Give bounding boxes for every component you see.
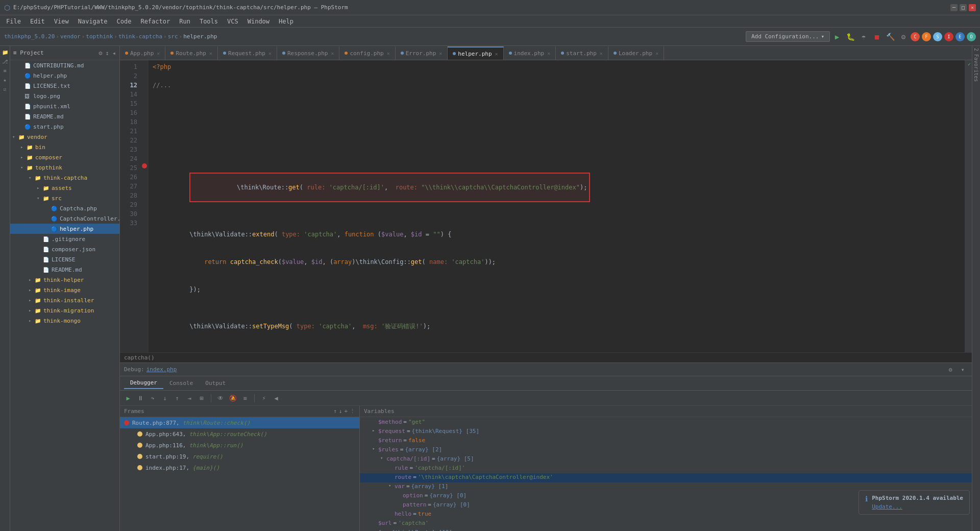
tree-item-think-image[interactable]: ▸ 📁 think-image xyxy=(10,285,119,295)
run-button[interactable]: ▶ xyxy=(832,32,842,42)
tab-start[interactable]: start.php ✕ xyxy=(556,46,608,60)
window-controls[interactable]: ─ □ ✕ xyxy=(950,4,976,11)
add-config-button[interactable]: Add Configuration... ▾ xyxy=(746,31,830,42)
tab-route[interactable]: Route.php ✕ xyxy=(165,46,218,60)
tree-item-contributing[interactable]: 📄 CONTRIBUTING.md xyxy=(10,60,119,70)
tree-item-logo[interactable]: 🖼 logo.png xyxy=(10,91,119,101)
hide-icon[interactable]: ▾ xyxy=(958,365,968,375)
breadcrumb-project[interactable]: thinkphp_5.0.20 xyxy=(4,33,55,40)
fav-icon[interactable]: ★ xyxy=(1,76,9,84)
tab-close[interactable]: ✕ xyxy=(547,51,550,56)
tab-helper[interactable]: helper.php ✕ xyxy=(448,46,503,60)
breakpoint-gutter[interactable] xyxy=(140,60,149,352)
tree-item-phpunit[interactable]: 📄 phpunit.xml xyxy=(10,101,119,111)
tab-close[interactable]: ✕ xyxy=(387,51,390,56)
project-icon[interactable]: 📁 xyxy=(1,48,9,56)
frames-options-icon[interactable]: ⋮ xyxy=(350,408,355,415)
structure-icon[interactable]: ≡ xyxy=(1,66,9,75)
tab-close[interactable]: ✕ xyxy=(600,51,603,56)
tab-config[interactable]: config.php ✕ xyxy=(339,46,395,60)
var-rules[interactable]: ▾ $rules = {array} [2] xyxy=(360,446,972,455)
tree-item-helper[interactable]: 🔵 helper.php xyxy=(10,70,119,81)
var-method[interactable]: $method = "get" xyxy=(360,418,972,427)
pause-icon[interactable]: ⏸ xyxy=(135,393,145,403)
menu-view[interactable]: View xyxy=(50,17,73,26)
menu-refactor[interactable]: Refactor xyxy=(136,17,174,26)
tab-request[interactable]: Request.php ✕ xyxy=(218,46,277,60)
var-captcha-id[interactable]: ▾ captcha/[:id] = {array} [5] xyxy=(360,455,972,464)
frame-item-3[interactable]: start.php:19, require() xyxy=(120,451,359,462)
frames-down-icon[interactable]: ↓ xyxy=(339,408,342,415)
tab-index[interactable]: index.php ✕ xyxy=(504,46,556,60)
tab-close[interactable]: ✕ xyxy=(209,51,212,56)
tree-item-topthink[interactable]: ▾ 📁 topthink xyxy=(10,162,119,173)
tree-item-composer-json[interactable]: 📄 composer.json xyxy=(10,244,119,254)
breadcrumb-file[interactable]: helper.php xyxy=(183,33,217,40)
frame-item-2[interactable]: App.php:116, think\App::run() xyxy=(120,440,359,451)
menu-edit[interactable]: Edit xyxy=(26,17,49,26)
show-lib-frames-icon[interactable]: ⚡ xyxy=(259,393,269,403)
menu-help[interactable]: Help xyxy=(275,17,298,26)
menu-tools[interactable]: Tools xyxy=(195,17,222,26)
run-to-cursor-icon[interactable]: ⇥ xyxy=(184,393,194,403)
tree-item-composer[interactable]: ▸ 📁 composer xyxy=(10,152,119,162)
tree-item-license-txt[interactable]: 📄 LICENSE.txt xyxy=(10,81,119,91)
evaluate-icon[interactable]: ⊞ xyxy=(197,393,207,403)
build-button[interactable]: 🔨 xyxy=(885,32,895,42)
tree-item-start[interactable]: 🔵 start.php xyxy=(10,122,119,132)
var-url[interactable]: $url = 'captcha' xyxy=(360,519,972,528)
var-rule[interactable]: rule = 'captcha/[:id]' xyxy=(360,464,972,473)
panel-hide-icon[interactable]: ◂ xyxy=(112,49,116,57)
firefox-icon[interactable]: F xyxy=(922,32,931,41)
tree-item-captcha-controller[interactable]: 🔵 CaptchaController.php xyxy=(10,213,119,224)
todo-icon[interactable]: ☑ xyxy=(1,85,9,93)
ie-icon[interactable]: I xyxy=(944,32,953,41)
tab-close[interactable]: ✕ xyxy=(439,51,442,56)
frames-add-icon[interactable]: + xyxy=(344,408,348,415)
notification-update-link[interactable]: Update... xyxy=(872,503,963,510)
var-route[interactable]: route = '\think\captcha\CaptchaControlle… xyxy=(360,473,972,482)
var-request[interactable]: ▸ $request = {think\Request} [35] xyxy=(360,427,972,437)
frame-item-1[interactable]: App.php:643, think\App::routeCheck() xyxy=(120,428,359,440)
frames-icon[interactable]: ≡ xyxy=(240,393,250,403)
tree-item-think-migration[interactable]: ▸ 📁 think-migration xyxy=(10,305,119,316)
tab-error[interactable]: Error.php ✕ xyxy=(396,46,448,60)
debug-button[interactable]: 🐛 xyxy=(845,32,855,42)
var-z[interactable]: ▸ $z = {think\Route} [10] xyxy=(360,528,972,531)
opera-icon[interactable]: O xyxy=(967,32,976,41)
tree-item-think-helper[interactable]: ▸ 📁 think-helper xyxy=(10,275,119,285)
breadcrumb-topthink[interactable]: topthink xyxy=(86,33,113,40)
code-editor[interactable]: 1 2 12 14 15 16 18 21 xyxy=(120,60,972,352)
tab-loader[interactable]: Loader.php ✕ xyxy=(608,46,664,60)
tree-item-think-installer[interactable]: ▸ 📁 think-installer xyxy=(10,295,119,305)
tree-item-readme[interactable]: 📄 README.md xyxy=(10,111,119,122)
menu-run[interactable]: Run xyxy=(175,17,194,26)
resume-icon[interactable]: ▶ xyxy=(123,393,133,403)
maximize-button[interactable]: □ xyxy=(960,4,967,11)
tab-close[interactable]: ✕ xyxy=(157,51,160,56)
tab-close[interactable]: ✕ xyxy=(268,51,272,56)
tab-close[interactable]: ✕ xyxy=(655,51,658,56)
code-content[interactable]: <?php //... \think\Route::get( rule: 'ca… xyxy=(149,60,965,352)
tree-item-src[interactable]: ▾ 📁 src xyxy=(10,193,119,203)
tree-item-gitignore[interactable]: 📄 .gitignore xyxy=(10,234,119,244)
tree-item-helper-selected[interactable]: 🔵 helper.php xyxy=(10,224,119,234)
panel-expand-icon[interactable]: ↕ xyxy=(105,49,110,57)
tab-output[interactable]: Output xyxy=(199,378,232,389)
safari-icon[interactable]: S xyxy=(933,32,942,41)
tree-item-think-mongo[interactable]: ▸ 📁 think-mongo xyxy=(10,316,119,326)
edge-icon[interactable]: E xyxy=(955,32,965,41)
breadcrumb-src[interactable]: src xyxy=(168,33,178,40)
tab-console[interactable]: Console xyxy=(163,378,199,389)
step-over-icon[interactable]: ↷ xyxy=(148,393,158,403)
watch-icon[interactable]: 👁 xyxy=(215,393,226,403)
tree-item-think-captcha[interactable]: ▾ 📁 think-captcha xyxy=(10,173,119,183)
chrome-icon[interactable]: C xyxy=(911,32,920,41)
tab-close[interactable]: ✕ xyxy=(495,51,498,57)
mute-icon[interactable]: 🔕 xyxy=(228,393,238,403)
panel-settings-icon[interactable]: ⚙ xyxy=(98,49,103,57)
breadcrumb-captcha[interactable]: think-captcha xyxy=(118,33,162,40)
frame-item-4[interactable]: index.php:17, {main}() xyxy=(120,462,359,473)
right-icon-1[interactable]: 2 Favorites xyxy=(973,48,979,82)
collapse-icon[interactable]: ◀ xyxy=(271,393,281,403)
